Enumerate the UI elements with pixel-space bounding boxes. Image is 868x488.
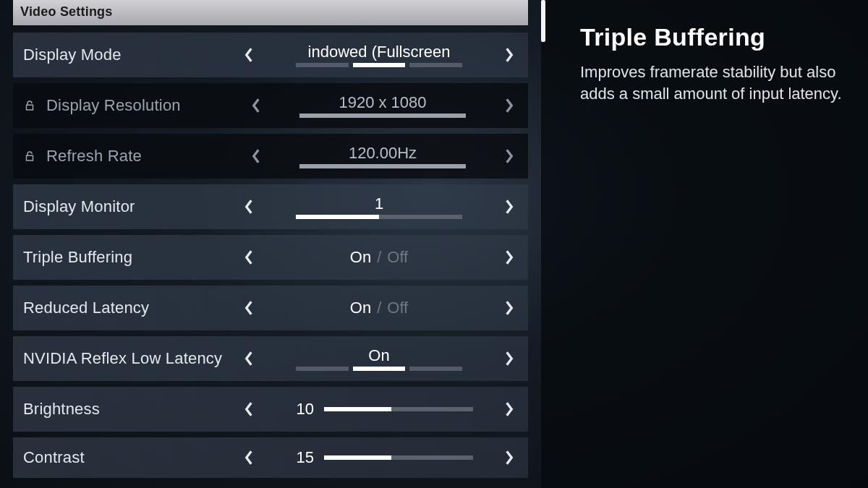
arrow-left-icon — [247, 97, 265, 114]
settings-panel: Video Settings Display Mode indowed (Ful… — [0, 0, 541, 488]
option-off: Off — [387, 248, 408, 267]
slider-track[interactable] — [324, 455, 473, 460]
control-refresh-rate: 120.00Hz — [247, 134, 518, 179]
value-reduced-latency: On / Off — [265, 286, 493, 330]
control-display-mode: indowed (Fullscreen — [240, 33, 518, 77]
row-reduced-latency[interactable]: Reduced Latency On / Off — [13, 286, 528, 330]
info-description: Improves framerate stability but also ad… — [580, 61, 842, 104]
option-on: On — [350, 299, 371, 317]
slider[interactable]: 15 — [285, 448, 473, 467]
option-off: Off — [387, 299, 408, 317]
section-title: Video Settings — [20, 4, 113, 19]
settings-rows: Display Mode indowed (Fullscreen D — [13, 33, 528, 478]
arrow-left-icon[interactable] — [240, 449, 258, 466]
arrow-right-icon[interactable] — [501, 449, 518, 466]
label-refresh-rate: Refresh Rate — [46, 147, 247, 166]
value-text: 1 — [375, 194, 383, 213]
on-off-toggle: On / Off — [350, 299, 408, 317]
row-display-monitor[interactable]: Display Monitor 1 — [13, 184, 528, 229]
info-title: Triple Buffering — [580, 23, 842, 51]
value-contrast: 15 — [265, 437, 493, 478]
arrow-left-icon — [247, 147, 265, 165]
label-contrast: Contrast — [23, 448, 240, 467]
row-triple-buffering[interactable]: Triple Buffering On / Off — [13, 235, 528, 280]
scrollbar-thumb[interactable] — [541, 0, 545, 42]
arrow-left-icon[interactable] — [240, 249, 258, 266]
value-text: 1920 x 1080 — [339, 93, 426, 112]
label-display-resolution: Display Resolution — [46, 96, 247, 115]
arrow-left-icon[interactable] — [240, 299, 258, 317]
control-nvidia-reflex: On — [240, 336, 518, 381]
value-text: On — [368, 346, 389, 365]
slider-fill — [324, 407, 391, 411]
row-brightness[interactable]: Brightness 10 — [13, 387, 528, 432]
section-header: Video Settings — [13, 0, 528, 25]
value-display-resolution: 1920 x 1080 — [272, 83, 493, 128]
label-nvidia-reflex: NVIDIA Reflex Low Latency — [23, 349, 240, 368]
control-triple-buffering: On / Off — [240, 235, 518, 280]
value-nvidia-reflex: On — [265, 336, 493, 381]
lock-icon — [23, 150, 39, 163]
label-brightness: Brightness — [23, 400, 240, 419]
slider[interactable]: 10 — [285, 400, 473, 419]
control-display-resolution: 1920 x 1080 — [247, 83, 518, 128]
label-reduced-latency: Reduced Latency — [23, 299, 240, 317]
arrow-right-icon[interactable] — [501, 249, 518, 266]
arrow-right-icon[interactable] — [501, 198, 518, 215]
on-off-toggle: On / Off — [350, 248, 408, 267]
arrow-right-icon[interactable] — [501, 401, 518, 418]
label-display-mode: Display Mode — [23, 46, 240, 64]
option-separator: / — [377, 299, 381, 317]
value-text: indowed (Fullscreen — [308, 43, 451, 61]
option-indicator — [296, 215, 462, 219]
lock-icon — [23, 99, 39, 112]
slider-value: 15 — [285, 448, 314, 467]
label-triple-buffering: Triple Buffering — [23, 248, 240, 267]
option-separator: / — [377, 248, 381, 267]
value-triple-buffering: On / Off — [265, 235, 493, 280]
slider-fill — [324, 455, 391, 460]
option-on: On — [350, 248, 371, 267]
row-display-resolution: Display Resolution 1920 x 1080 — [13, 83, 528, 128]
arrow-right-icon — [501, 97, 518, 114]
row-display-mode[interactable]: Display Mode indowed (Fullscreen — [13, 33, 528, 77]
control-brightness: 10 — [240, 387, 518, 432]
value-display-monitor: 1 — [265, 184, 493, 229]
info-panel: Triple Buffering Improves framerate stab… — [541, 0, 868, 488]
option-indicator — [299, 164, 466, 168]
value-refresh-rate: 120.00Hz — [272, 134, 493, 179]
slider-value: 10 — [285, 400, 314, 419]
row-refresh-rate: Refresh Rate 120.00Hz — [13, 134, 528, 179]
option-indicator — [299, 114, 466, 118]
control-display-monitor: 1 — [240, 184, 518, 229]
option-indicator — [296, 63, 462, 67]
control-reduced-latency: On / Off — [240, 286, 518, 330]
row-contrast[interactable]: Contrast 15 — [13, 437, 528, 478]
control-contrast: 15 — [240, 437, 518, 478]
arrow-left-icon[interactable] — [240, 350, 258, 367]
arrow-left-icon[interactable] — [240, 401, 258, 418]
arrow-right-icon — [501, 147, 518, 165]
arrow-right-icon[interactable] — [501, 299, 518, 317]
arrow-right-icon[interactable] — [501, 46, 518, 64]
option-indicator — [296, 367, 462, 371]
value-display-mode: indowed (Fullscreen — [265, 33, 493, 77]
slider-track[interactable] — [324, 407, 473, 411]
arrow-right-icon[interactable] — [501, 350, 518, 367]
label-display-monitor: Display Monitor — [23, 197, 240, 216]
value-text: 120.00Hz — [349, 144, 417, 163]
value-brightness: 10 — [265, 387, 493, 432]
arrow-left-icon[interactable] — [240, 46, 258, 64]
arrow-left-icon[interactable] — [240, 198, 258, 215]
row-nvidia-reflex[interactable]: NVIDIA Reflex Low Latency On — [13, 336, 528, 381]
